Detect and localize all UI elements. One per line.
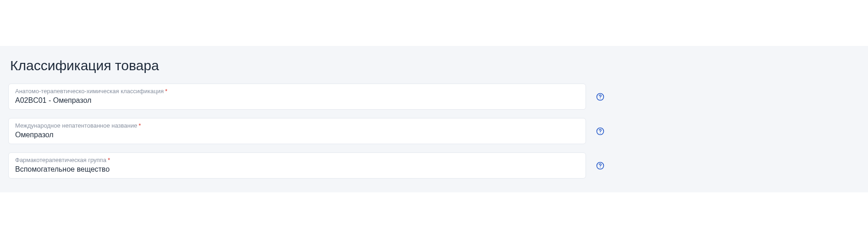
- top-spacer: [0, 0, 868, 46]
- inn-input[interactable]: [15, 131, 579, 139]
- inn-field[interactable]: Международное непатентованное название *: [8, 118, 586, 144]
- required-star: *: [165, 88, 167, 95]
- field-row-atc: Анатомо-терапевтическо-химическая класси…: [8, 84, 860, 110]
- classification-panel: Классификация товара Анатомо-терапевтиче…: [0, 46, 868, 192]
- atc-input[interactable]: [15, 96, 579, 105]
- pharmgroup-label-text: Фармакотерапевтическая группа: [15, 157, 106, 163]
- svg-point-1: [600, 98, 601, 99]
- help-icon[interactable]: [595, 126, 605, 136]
- inn-label-text: Международное непатентованное название: [15, 122, 137, 129]
- svg-point-5: [600, 167, 601, 168]
- atc-label-text: Анатомо-терапевтическо-химическая класси…: [15, 88, 164, 95]
- field-row-inn: Международное непатентованное название *: [8, 118, 860, 144]
- section-title: Классификация товара: [8, 58, 860, 73]
- field-row-pharmgroup: Фармакотерапевтическая группа *: [8, 152, 860, 179]
- pharmgroup-input[interactable]: [15, 165, 579, 174]
- pharmgroup-label: Фармакотерапевтическая группа *: [15, 157, 579, 163]
- svg-point-3: [600, 133, 601, 134]
- pharmgroup-field[interactable]: Фармакотерапевтическая группа *: [8, 152, 586, 179]
- required-star: *: [138, 122, 141, 129]
- help-icon[interactable]: [595, 161, 605, 171]
- atc-label: Анатомо-терапевтическо-химическая класси…: [15, 88, 579, 95]
- inn-label: Международное непатентованное название *: [15, 122, 579, 129]
- atc-field[interactable]: Анатомо-терапевтическо-химическая класси…: [8, 84, 586, 110]
- help-icon[interactable]: [595, 92, 605, 102]
- required-star: *: [108, 157, 110, 163]
